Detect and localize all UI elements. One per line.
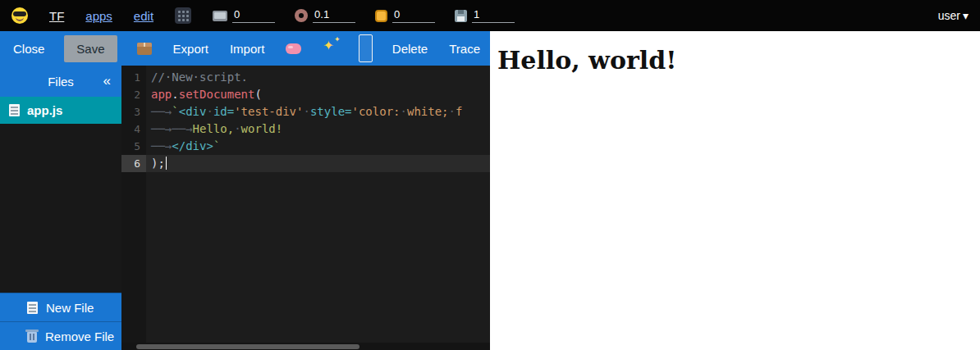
line-number-gutter: 123456 xyxy=(121,66,146,350)
code-segment: f xyxy=(456,105,462,118)
code-segment: setDocument xyxy=(179,88,255,101)
file-icon xyxy=(9,104,20,116)
stat-coin: 0 xyxy=(375,8,435,23)
new-file-label: New File xyxy=(46,301,94,315)
stat-monitor: 0 xyxy=(213,8,275,23)
empty-button[interactable] xyxy=(359,34,372,62)
soap-button[interactable] xyxy=(284,40,303,57)
line-number: 2 xyxy=(121,86,146,103)
delete-button[interactable]: Delete xyxy=(391,39,429,59)
files-panel-title: Files xyxy=(48,75,74,89)
code-line[interactable]: ──→`<div·id='test-div'·style='color:·whi… xyxy=(146,103,490,120)
topbar: TF apps edit 00.101 user ▾ xyxy=(0,0,980,31)
save-button[interactable]: Save xyxy=(64,35,117,62)
file-actions: New File Remove File xyxy=(0,293,121,350)
code-segment: ──→ xyxy=(151,105,172,118)
code-segment: Hello, xyxy=(193,122,235,135)
workspace: Files « app.js New File Remove File xyxy=(0,66,490,350)
code-segment: ); xyxy=(151,157,165,170)
code-segment: ( xyxy=(254,88,261,101)
file-item[interactable]: app.js xyxy=(0,97,121,124)
code-segment: · xyxy=(401,105,407,118)
line-number: 1 xyxy=(121,69,146,86)
code-segment: <div xyxy=(179,105,207,118)
code-line[interactable]: //·New·script. xyxy=(146,69,490,86)
code-segment: · xyxy=(234,122,240,135)
nav-edit-link[interactable]: edit xyxy=(134,9,153,23)
trash-icon xyxy=(27,332,37,343)
code-segment: ` xyxy=(172,105,178,118)
scrollbar-thumb[interactable] xyxy=(136,344,359,349)
file-name: app.js xyxy=(27,103,62,117)
trace-button[interactable]: Trace xyxy=(447,39,482,59)
code-segment: white; xyxy=(407,105,449,118)
collapse-sidebar-button[interactable]: « xyxy=(103,73,111,89)
line-number: 4 xyxy=(121,120,146,138)
code-segment: . xyxy=(172,88,178,101)
topbar-stats: 00.101 xyxy=(213,8,515,23)
donut-icon xyxy=(295,9,308,22)
files-panel-header: Files « xyxy=(0,66,121,97)
code-area[interactable]: //·New·script.app.setDocument(──→`<div·i… xyxy=(146,66,490,350)
sparkles-button[interactable] xyxy=(321,37,341,60)
content-area: Close Save Export Import Delete Trace Fi… xyxy=(0,31,980,350)
app-window: TF apps edit 00.101 user ▾ Close Save Ex… xyxy=(0,0,980,350)
horizontal-scrollbar[interactable] xyxy=(121,343,490,350)
line-number: 3 xyxy=(121,103,146,120)
code-segment: </div> xyxy=(172,139,213,152)
editor-toolbar: Close Save Export Import Delete Trace xyxy=(0,31,490,66)
coin-icon xyxy=(375,10,387,22)
code-segment: · xyxy=(206,105,213,118)
export-button[interactable]: Export xyxy=(172,39,210,59)
code-segment: 'color: xyxy=(352,105,401,118)
nav-apps-link[interactable]: apps xyxy=(85,9,112,23)
code-segment: ──→──→ xyxy=(151,122,193,135)
code-segment: ──→ xyxy=(151,139,172,152)
code-segment: app xyxy=(151,88,172,101)
sparkles-icon xyxy=(323,40,339,57)
new-file-button[interactable]: New File xyxy=(0,293,121,321)
rendered-output-panel: Hello, world! xyxy=(490,31,980,350)
remove-file-button[interactable]: Remove File xyxy=(0,321,121,350)
close-button[interactable]: Close xyxy=(11,39,46,59)
user-menu-label: user xyxy=(938,9,960,22)
package-icon xyxy=(137,43,152,55)
code-segment: · xyxy=(449,105,456,118)
code-line[interactable]: ); xyxy=(146,155,490,172)
file-list: app.js xyxy=(0,97,121,124)
remove-file-label: Remove File xyxy=(45,330,114,343)
code-segment: ` xyxy=(213,139,220,152)
rendered-output-text: Hello, world! xyxy=(497,46,980,75)
code-segment: style= xyxy=(310,105,352,118)
line-number: 6 xyxy=(121,155,146,172)
file-sidebar: Files « app.js New File Remove File xyxy=(0,66,121,350)
package-button[interactable] xyxy=(135,39,153,58)
brand-link[interactable]: TF xyxy=(49,9,64,23)
code-segment: //·New·script. xyxy=(151,70,248,84)
code-segment: 'test-div' xyxy=(234,105,303,118)
stat-value[interactable]: 0 xyxy=(232,8,275,23)
code-segment: · xyxy=(303,105,309,118)
stat-floppy: 1 xyxy=(455,8,515,23)
code-segment: world! xyxy=(241,122,283,135)
stat-value[interactable]: 0 xyxy=(392,8,435,23)
line-number: 5 xyxy=(121,138,146,155)
control-panel-icon[interactable] xyxy=(175,7,191,24)
import-button[interactable]: Import xyxy=(228,39,267,59)
code-line[interactable]: ──→</div>` xyxy=(146,138,490,155)
chevron-down-icon: ▾ xyxy=(963,9,969,22)
stat-donut: 0.1 xyxy=(295,8,355,23)
soap-icon xyxy=(286,43,301,54)
smiley-sunglasses-icon[interactable] xyxy=(11,7,28,24)
ide-panel: Close Save Export Import Delete Trace Fi… xyxy=(0,31,490,350)
new-file-icon xyxy=(27,302,38,314)
text-cursor xyxy=(166,157,167,170)
code-line[interactable]: ──→──→Hello,·world! xyxy=(146,120,490,138)
code-line[interactable]: app.setDocument( xyxy=(146,86,490,103)
monitor-icon xyxy=(213,11,227,21)
code-segment: id= xyxy=(213,105,234,118)
stat-value[interactable]: 1 xyxy=(472,8,515,23)
user-menu[interactable]: user ▾ xyxy=(938,9,969,22)
stat-value[interactable]: 0.1 xyxy=(313,8,355,23)
code-editor[interactable]: 123456 //·New·script.app.setDocument(──→… xyxy=(121,66,490,350)
